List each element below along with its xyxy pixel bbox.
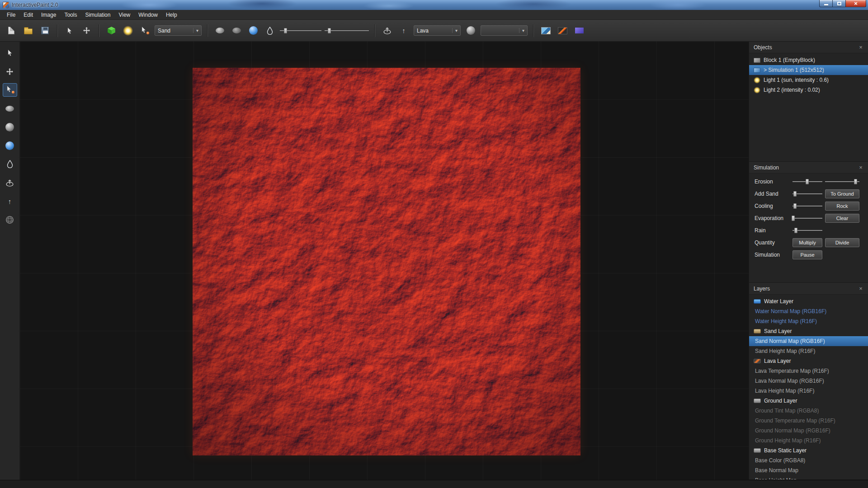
move-tool-button[interactable] xyxy=(80,24,93,38)
water-layer-row[interactable]: Water Layer xyxy=(749,296,868,306)
texture-view-button[interactable] xyxy=(539,24,552,38)
sphere-tool[interactable] xyxy=(3,120,17,134)
droplet-icon xyxy=(7,160,13,168)
lava-temperature-map-row[interactable]: Lava Temperature Map (R16F) xyxy=(749,366,868,376)
objects-panel-close-icon[interactable]: × xyxy=(857,44,864,51)
ground-layer-row[interactable]: Ground Layer xyxy=(749,396,868,406)
save-icon xyxy=(41,27,49,34)
to-ground-button[interactable]: To Ground xyxy=(825,189,859,198)
menu-simulation[interactable]: Simulation xyxy=(81,10,114,19)
lava-normal-map-row[interactable]: Lava Normal Map (RGB16F) xyxy=(749,376,868,386)
rotate-tool-button[interactable] xyxy=(380,24,394,38)
drop-tool-button[interactable] xyxy=(263,24,277,38)
menu-image[interactable]: Image xyxy=(37,10,60,19)
base-height-map-row[interactable]: Base Height Map xyxy=(749,475,868,480)
viewport[interactable] xyxy=(20,42,749,480)
cursor-icon xyxy=(6,49,14,56)
maximize-button[interactable] xyxy=(833,0,845,7)
rock-button[interactable]: Rock xyxy=(825,202,859,211)
sphere-tool-button[interactable] xyxy=(464,24,477,38)
rain-slider[interactable] xyxy=(793,227,822,234)
paint-pick-tool-button[interactable] xyxy=(138,24,151,38)
close-button[interactable]: × xyxy=(845,0,866,7)
erosion-slider-b[interactable] xyxy=(825,178,859,185)
object-row-light2[interactable]: Light 2 (intensity : 0.02) xyxy=(749,85,868,95)
paint-pick-tool[interactable] xyxy=(3,83,17,97)
terrain-render[interactable] xyxy=(193,68,580,455)
multiply-button[interactable]: Multiply xyxy=(793,238,822,247)
object-row-light1[interactable]: Light 1 (sun, intensity : 0.6) xyxy=(749,75,868,85)
raise-tool-button[interactable]: ↑ xyxy=(397,24,410,38)
chevron-down-icon: ▾ xyxy=(452,28,458,33)
brush-flow-slider[interactable] xyxy=(325,28,369,34)
layers-panel: Layers × Water Layer Water Normal Map (R… xyxy=(749,283,868,480)
move-icon xyxy=(83,27,90,34)
add-sand-slider[interactable] xyxy=(793,191,822,197)
base-color-map-row[interactable]: Base Color (RGBA8) xyxy=(749,455,868,465)
block-tool-button[interactable] xyxy=(104,24,118,38)
sand-normal-map-row[interactable]: Sand Normal Map (RGB16F) xyxy=(749,336,868,346)
base-normal-map-row[interactable]: Base Normal Map xyxy=(749,465,868,475)
divide-button[interactable]: Divide xyxy=(825,238,859,247)
sand-height-map-row[interactable]: Sand Height Map (R16F) xyxy=(749,346,868,356)
extra-select[interactable]: ▾ xyxy=(481,25,528,36)
open-button[interactable] xyxy=(21,24,35,38)
select-tool-button[interactable] xyxy=(63,24,76,38)
ground-temperature-map-row[interactable]: Ground Temperature Map (R16F) xyxy=(749,416,868,426)
raise-tool[interactable]: ↑ xyxy=(3,194,17,208)
erosion-slider-a[interactable] xyxy=(793,178,822,185)
light-tool-button[interactable] xyxy=(121,24,135,38)
sand-material-select[interactable]: Sand ▾ xyxy=(155,25,202,36)
titlebar[interactable]: InteractivePaint 2.0 × xyxy=(0,0,868,10)
menu-tools[interactable]: Tools xyxy=(60,10,81,19)
layers-panel-close-icon[interactable]: × xyxy=(857,285,864,292)
lava-layer-row[interactable]: Lava Layer xyxy=(749,356,868,366)
lava-height-map-row[interactable]: Lava Height Map (R16F) xyxy=(749,386,868,396)
pause-button[interactable]: Pause xyxy=(793,250,822,259)
ground-normal-map-row[interactable]: Ground Normal Map (RGB16F) xyxy=(749,426,868,436)
evaporation-slider[interactable] xyxy=(793,215,822,221)
water-sphere-tool-button[interactable] xyxy=(246,24,260,38)
light-icon xyxy=(754,77,760,84)
select-tool[interactable] xyxy=(3,46,17,60)
new-file-button[interactable] xyxy=(5,24,18,38)
simulation-panel-close-icon[interactable]: × xyxy=(857,164,864,171)
image-icon xyxy=(541,27,551,34)
save-button[interactable] xyxy=(38,24,52,38)
globe-tool[interactable] xyxy=(3,213,17,226)
base-static-layer-row[interactable]: Base Static Layer xyxy=(749,446,868,455)
menu-window[interactable]: Window xyxy=(134,10,162,19)
water-height-map-row[interactable]: Water Height Map (R16F) xyxy=(749,316,868,326)
menu-file[interactable]: File xyxy=(3,10,19,19)
rain-label: Rain xyxy=(755,227,790,234)
menu-edit[interactable]: Edit xyxy=(19,10,37,19)
drop-tool[interactable] xyxy=(3,157,17,171)
ellipse-brush-dark-button[interactable] xyxy=(230,24,243,38)
ellipse-icon xyxy=(5,106,14,112)
object-row-block1[interactable]: Block 1 (EmptyBlock) xyxy=(749,55,868,65)
droplet-icon xyxy=(267,27,273,35)
sand-material-value: Sand xyxy=(158,28,170,34)
brush-size-slider[interactable] xyxy=(280,28,321,34)
paint-pick-icon xyxy=(140,26,149,35)
clear-button[interactable]: Clear xyxy=(825,214,859,223)
lava-material-select[interactable]: Lava ▾ xyxy=(414,25,461,36)
lava-view-button[interactable] xyxy=(556,24,569,38)
cooling-slider[interactable] xyxy=(793,203,822,209)
toolbar-separator xyxy=(374,24,375,37)
water-normal-map-row[interactable]: Water Normal Map (RGB16F) xyxy=(749,306,868,316)
object-row-simulation1[interactable]: > Simulation 1 (512x512) xyxy=(749,65,868,75)
ellipse-tool[interactable] xyxy=(3,102,17,115)
move-tool[interactable] xyxy=(3,65,17,78)
ground-tint-map-row[interactable]: Ground Tint Map (RGBA8) xyxy=(749,406,868,416)
ground-height-map-row[interactable]: Ground Height Map (R16F) xyxy=(749,436,868,446)
menu-help[interactable]: Help xyxy=(162,10,181,19)
rotate-tool[interactable] xyxy=(3,176,17,189)
water-sphere-tool[interactable] xyxy=(3,139,17,152)
minimize-button[interactable] xyxy=(819,0,833,7)
object-label: Light 1 (sun, intensity : 0.6) xyxy=(764,77,829,83)
ellipse-brush-button[interactable] xyxy=(213,24,226,38)
sand-layer-row[interactable]: Sand Layer xyxy=(749,326,868,336)
menu-view[interactable]: View xyxy=(114,10,134,19)
normal-map-view-button[interactable] xyxy=(572,24,586,38)
